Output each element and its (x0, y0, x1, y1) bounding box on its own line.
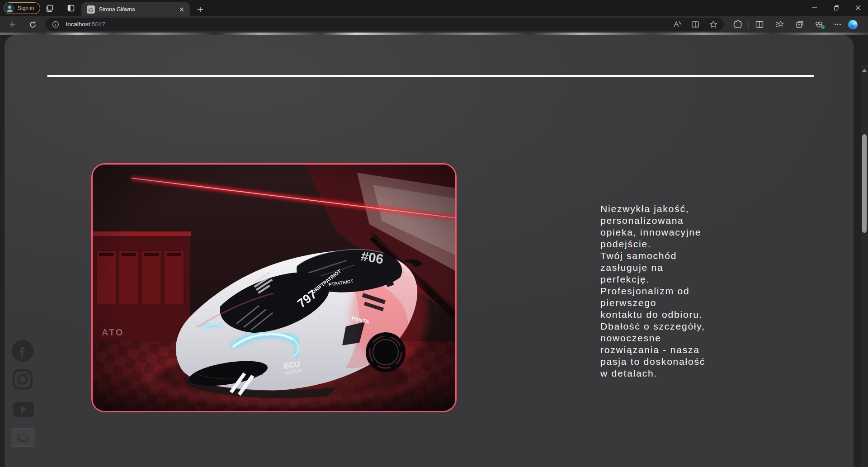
url-text: localhost:5047 (66, 21, 105, 28)
section-divider-line (47, 75, 814, 77)
hero-text-line: Niezwykła jakość, (600, 203, 741, 215)
toolbar-divider (748, 21, 749, 28)
tab-strona-glowna[interactable]: Strona Główna (81, 2, 190, 16)
hero-text-line: podejście. (600, 238, 741, 250)
site-info-icon[interactable] (51, 20, 60, 29)
favorites-hub-icon[interactable] (773, 19, 786, 30)
instagram-icon[interactable] (12, 368, 33, 392)
back-icon[interactable] (7, 19, 18, 30)
read-aloud-icon[interactable] (672, 19, 683, 30)
hero-text-line: Profesjonalizm od (600, 285, 741, 297)
window-restore-button[interactable] (826, 0, 846, 15)
hero-text-line: nowoczesne (600, 332, 741, 344)
hero-text-line: w detalach. (600, 368, 741, 379)
car-logo-icon[interactable] (11, 428, 35, 447)
settings-more-icon[interactable] (831, 19, 844, 30)
hero-text-line: personalizowana (600, 215, 741, 226)
tab-close-icon[interactable] (177, 5, 186, 14)
extensions-icon[interactable] (731, 19, 744, 30)
refresh-icon[interactable] (27, 19, 38, 30)
favorite-star-icon[interactable] (708, 19, 719, 30)
main-content-card: ATO PANTA (5, 35, 854, 467)
hero-text-block: Niezwykła jakość, personalizowana opieka… (600, 203, 741, 379)
hero-text-line: zasługuje na (600, 262, 741, 274)
hero-text-line: pasja to doskonałość (600, 356, 741, 368)
hero-car-image: ATO PANTA (91, 163, 457, 412)
url-port: :5047 (90, 21, 105, 28)
avatar (5, 4, 14, 13)
workspaces-icon[interactable] (44, 3, 55, 14)
browser-essentials-icon[interactable] (812, 19, 825, 30)
tab-actions-icon[interactable] (66, 3, 76, 14)
window-close-button[interactable] (848, 0, 868, 15)
hero-text-line: kontaktu do odbioru. (600, 309, 741, 321)
hero-text-line: Twój samochód (600, 250, 741, 262)
hero-text-line: pierwszego (600, 297, 741, 309)
youtube-icon[interactable] (13, 401, 34, 420)
vertical-scrollbar[interactable] (861, 65, 868, 467)
signin-button[interactable]: Sign in (4, 2, 40, 14)
signin-label: Sign in (18, 5, 34, 11)
address-bar[interactable]: localhost:5047 (45, 18, 724, 31)
hero-text-line: opieka, innowacyjne (600, 226, 741, 238)
essentials-status-dot (821, 25, 825, 29)
collections-icon[interactable] (793, 19, 806, 30)
hero-text-line: rozwiązania - nasza (600, 344, 741, 356)
hero-text-line: perfekcję. (600, 274, 741, 285)
new-tab-button[interactable] (194, 4, 206, 15)
split-screen-icon[interactable] (753, 19, 766, 30)
tab-favicon-car-icon (87, 5, 95, 14)
browser-window: Sign in Strona Główna (0, 0, 868, 467)
car-garage-illustration: ATO PANTA (93, 165, 455, 411)
scrollbar-up-arrow[interactable] (862, 69, 867, 72)
tab-title: Strona Główna (99, 6, 177, 13)
window-minimize-button[interactable] (805, 0, 825, 15)
page-viewport: ATO PANTA (0, 33, 868, 467)
hero-text-line: Dbałość o szczegóły, (600, 321, 741, 332)
toolbar: localhost:5047 (0, 16, 868, 33)
url-host: localhost (66, 21, 90, 28)
copilot-icon[interactable] (848, 20, 858, 29)
immersive-reader-icon[interactable] (690, 19, 701, 30)
facebook-icon[interactable] (12, 340, 33, 363)
title-bar: Sign in Strona Główna (0, 0, 868, 16)
scrollbar-thumb[interactable] (862, 134, 867, 233)
